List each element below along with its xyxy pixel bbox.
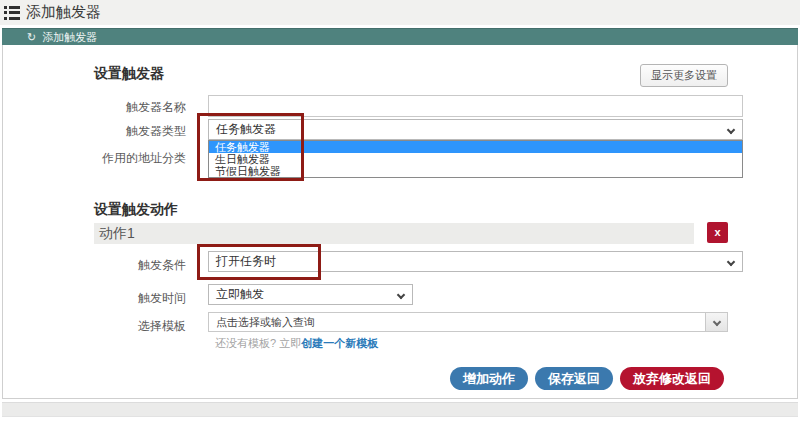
chevron-down-icon — [397, 291, 405, 299]
template-placeholder: 点击选择或输入查询 — [209, 313, 705, 331]
section-heading-trigger: 设置触发器 — [94, 65, 164, 83]
chevron-down-icon — [727, 258, 735, 266]
time-selected-value: 立即触发 — [216, 287, 264, 301]
page-title: 添加触发器 — [26, 3, 101, 22]
breadcrumb-bar: ↻ 添加触发器 — [2, 28, 798, 45]
trigger-name-label: 触发器名称 — [23, 99, 186, 116]
template-hint: 还没有模板? 立即创建一个新模板 — [215, 336, 378, 351]
show-more-settings-button[interactable]: 显示更多设置 — [640, 64, 728, 87]
address-category-label: 作用的地址分类 — [23, 150, 186, 167]
time-label: 触发时间 — [23, 290, 186, 307]
chevron-down-icon — [727, 126, 735, 134]
add-action-button[interactable]: 增加动作 — [450, 367, 528, 390]
template-hint-text: 还没有模板? 立即 — [215, 337, 301, 349]
discard-return-button[interactable]: 放弃修改返回 — [620, 367, 724, 390]
breadcrumb: 添加触发器 — [42, 30, 97, 45]
annotation-box-condition — [197, 244, 321, 280]
template-combobox[interactable]: 点击选择或输入查询 — [208, 312, 728, 332]
chevron-down-icon — [713, 318, 721, 326]
form-panel: 设置触发器 显示更多设置 触发器名称 触发器类型 任务触发器 任务触发器 生日触… — [2, 45, 798, 399]
template-dropdown-button[interactable] — [705, 313, 727, 331]
condition-label: 触发条件 — [23, 257, 186, 274]
annotation-box-trigger-type — [197, 113, 304, 181]
footer-buttons: 增加动作 保存返回 放弃修改返回 — [450, 367, 724, 390]
next-section-strip — [2, 402, 798, 417]
trigger-icon: ↻ — [27, 32, 36, 43]
template-label: 选择模板 — [23, 318, 186, 335]
create-template-link[interactable]: 创建一个新模板 — [301, 337, 378, 349]
title-bar: 添加触发器 — [0, 0, 800, 25]
list-icon — [4, 6, 21, 20]
time-select[interactable]: 立即触发 — [208, 284, 413, 305]
trigger-type-label: 触发器类型 — [23, 123, 186, 140]
action-header: 动作1 — [94, 223, 694, 244]
section-heading-action: 设置触发动作 — [94, 201, 178, 219]
page: 添加触发器 ↻ 添加触发器 设置触发器 显示更多设置 触发器名称 触发器类型 任… — [0, 0, 800, 430]
remove-action-button[interactable]: x — [707, 222, 728, 243]
save-return-button[interactable]: 保存返回 — [535, 367, 613, 390]
